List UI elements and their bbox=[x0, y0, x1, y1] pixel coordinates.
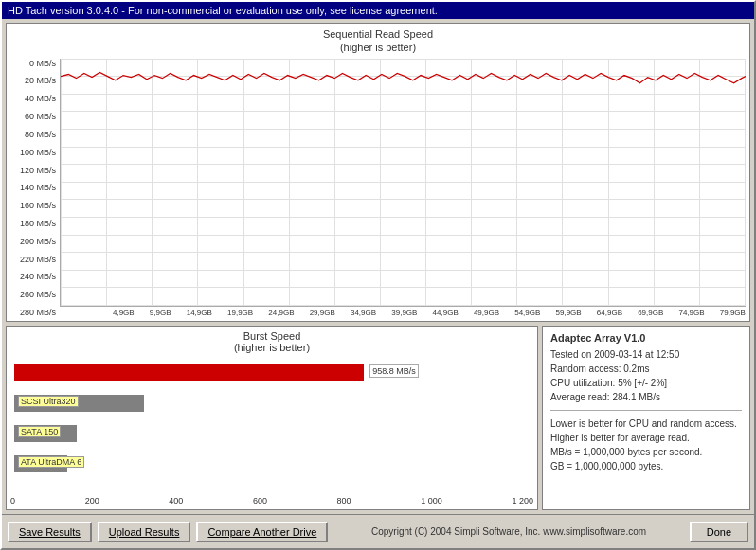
info-line-1: Tested on 2009-03-14 at 12:50 bbox=[550, 347, 742, 362]
info-line-3: CPU utilization: 5% [+/- 2%] bbox=[550, 376, 742, 390]
done-button[interactable]: Done bbox=[690, 522, 748, 542]
burst-chart: Burst Speed (higher is better) 958.8 MB/… bbox=[6, 326, 538, 510]
seq-plot bbox=[60, 59, 746, 307]
bar-row-scsi: SCSI Ultra320 bbox=[14, 393, 530, 414]
burst-value: 958.8 MB/s bbox=[369, 364, 419, 378]
title-text: HD Tach version 3.0.4.0 - For non-commer… bbox=[8, 5, 438, 16]
info-line-4: Average read: 284.1 MB/s bbox=[550, 390, 742, 404]
info-note-1: Lower is better for CPU and random acces… bbox=[550, 417, 742, 431]
bar-row-ata: ATA UltraDMA 6 bbox=[14, 453, 530, 474]
main-content: Sequential Read Speed (higher is better)… bbox=[2, 19, 754, 514]
bar-row-sata: SATA 150 bbox=[14, 423, 530, 444]
save-button[interactable]: Save Results bbox=[8, 522, 92, 542]
burst-chart-title: Burst Speed (higher is better) bbox=[10, 330, 533, 353]
info-note-4: GB = 1,000,000,000 bytes. bbox=[550, 459, 742, 473]
burst-x-axis: 0 200 400 600 800 1 000 1 200 bbox=[10, 496, 533, 506]
seq-read-line bbox=[61, 59, 746, 274]
x-axis: 4,9GB 9,9GB 14,9GB 19,9GB 24,9GB 29,9GB … bbox=[113, 309, 746, 317]
seq-read-chart: Sequential Read Speed (higher is better)… bbox=[6, 23, 750, 322]
ata-label: ATA UltraDMA 6 bbox=[18, 456, 84, 468]
sata-label: SATA 150 bbox=[18, 426, 61, 437]
seq-chart-area: 280 MB/s 260 MB/s 240 MB/s 220 MB/s 200 … bbox=[10, 59, 746, 317]
main-window: HD Tach version 3.0.4.0 - For non-commer… bbox=[0, 0, 756, 550]
bar-row-main: 958.8 MB/s bbox=[14, 363, 530, 383]
info-panel: Adaptec Array V1.0 Tested on 2009-03-14 … bbox=[542, 326, 750, 510]
info-line-2: Random access: 0.2ms bbox=[550, 362, 742, 376]
info-title: Adaptec Array V1.0 bbox=[550, 332, 742, 344]
seq-chart-title: Sequential Read Speed (higher is better) bbox=[10, 27, 746, 55]
y-axis: 280 MB/s 260 MB/s 240 MB/s 220 MB/s 200 … bbox=[10, 59, 60, 317]
info-note-3: MB/s = 1,000,000 bytes per second. bbox=[550, 445, 742, 459]
title-bar: HD Tach version 3.0.4.0 - For non-commer… bbox=[2, 2, 754, 19]
info-divider bbox=[550, 410, 742, 411]
toolbar: Save Results Upload Results Compare Anot… bbox=[2, 514, 754, 548]
copyright-text: Copyright (C) 2004 Simpli Software, Inc.… bbox=[333, 526, 683, 537]
info-note-2: Higher is better for average read. bbox=[550, 431, 742, 445]
compare-button[interactable]: Compare Another Drive bbox=[196, 522, 328, 542]
bottom-area: Burst Speed (higher is better) 958.8 MB/… bbox=[6, 326, 750, 510]
scsi-label: SCSI Ultra320 bbox=[18, 396, 79, 407]
upload-button[interactable]: Upload Results bbox=[98, 522, 191, 542]
